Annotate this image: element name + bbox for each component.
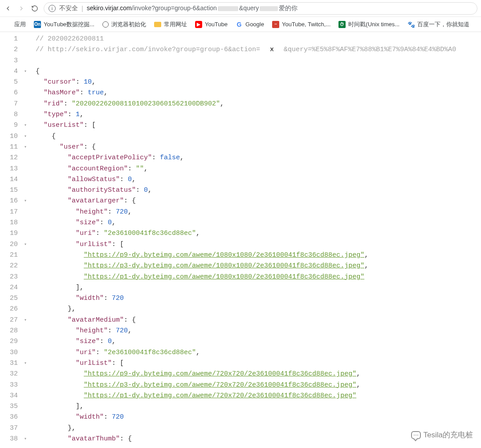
fold-toggle xyxy=(20,77,30,88)
code-line: "height": 720, xyxy=(36,207,456,218)
line-number: 5 xyxy=(0,77,20,88)
url-link[interactable]: "https://p3-dy.byteimg.com/aweme/720x720… xyxy=(84,381,356,389)
bookmark-item[interactable]: 浏览器初始化 xyxy=(102,20,146,28)
redacted-text: x xyxy=(260,6,278,11)
line-number: 10 xyxy=(0,131,20,142)
code-line: "cursor": 10, xyxy=(36,77,456,88)
line-number: 13 xyxy=(0,164,20,174)
code-line: "uri": "2e36100041f8c36cd88ec", xyxy=(36,347,456,358)
fold-toggle xyxy=(20,293,30,304)
url-link[interactable]: "https://p1-dy.byteimg.com/aweme/1080x10… xyxy=(84,273,364,281)
globe-icon xyxy=(102,21,109,28)
fold-toggle xyxy=(20,228,30,239)
fold-toggle xyxy=(20,250,30,261)
line-number: 31 xyxy=(0,358,20,369)
fold-toggle xyxy=(20,369,30,379)
code-line: "rid": "202002262008110100230601562100DB… xyxy=(36,99,456,109)
line-number: 27 xyxy=(0,315,20,326)
line-number: 28 xyxy=(0,326,20,336)
apps-shortcut[interactable]: 应用 xyxy=(4,20,26,28)
code-line: { xyxy=(36,66,456,77)
fold-toggle xyxy=(20,218,30,228)
baidu-icon: 🐾 xyxy=(408,21,415,28)
line-number: 15 xyxy=(0,185,20,196)
code-line: "https://p1-dy.byteimg.com/aweme/1080x10… xyxy=(36,272,456,283)
forward-button[interactable] xyxy=(17,4,26,13)
code-line: "width": 720 xyxy=(36,412,456,423)
fold-gutter: ▾▾▾▾▾▾▾▾▾ xyxy=(20,32,30,444)
url-link[interactable]: "https://p9-dy.byteimg.com/aweme/720x720… xyxy=(84,370,356,378)
fold-toggle xyxy=(20,283,30,293)
line-number: 4 xyxy=(0,66,20,77)
bookmark-label: YouTube数据挖掘... xyxy=(44,20,94,28)
fold-toggle[interactable]: ▾ xyxy=(20,66,30,77)
code-line: // http://sekiro.virjar.com/invoke?group… xyxy=(36,44,456,55)
code-line: "avatarThumb": { xyxy=(36,434,456,444)
code-line: "urlList": [ xyxy=(36,358,456,369)
code-line: "allowStatus": 0, xyxy=(36,174,456,185)
line-number: 16 xyxy=(0,196,20,206)
fold-toggle xyxy=(20,56,30,66)
line-number: 36 xyxy=(0,412,20,423)
url-text: sekiro.virjar.com/invoke?group=group-6&a… xyxy=(87,4,298,12)
fold-toggle[interactable]: ▾ xyxy=(20,142,30,153)
line-number: 34 xyxy=(0,391,20,401)
code-content[interactable]: // 20200226200811 // http://sekiro.virja… xyxy=(30,32,456,444)
redacted-text: xx xyxy=(218,6,238,11)
fold-toggle[interactable]: ▾ xyxy=(20,315,30,326)
fold-toggle[interactable]: ▾ xyxy=(20,434,30,444)
bookmark-label: 百度一下，你就知道 xyxy=(417,20,469,28)
code-line: "https://p9-dy.byteimg.com/aweme/1080x10… xyxy=(36,250,456,261)
bookmark-item[interactable]: 🐾 百度一下，你就知道 xyxy=(408,20,469,28)
code-line: ], xyxy=(36,401,456,412)
bookmark-item[interactable]: On YouTube数据挖掘... xyxy=(34,20,94,28)
url-link[interactable]: "https://p1-dy.byteimg.com/aweme/720x720… xyxy=(84,392,356,400)
bookmark-item[interactable]: 常用网址 xyxy=(154,20,187,28)
fold-toggle[interactable]: ▾ xyxy=(20,120,30,131)
bookmark-item[interactable]: ▶ YouTube xyxy=(195,21,228,28)
url-link[interactable]: "https://p3-dy.byteimg.com/aweme/1080x10… xyxy=(84,262,364,270)
fold-toggle xyxy=(20,109,30,120)
line-number: 37 xyxy=(0,423,20,434)
line-number: 30 xyxy=(0,347,20,358)
fold-toggle[interactable]: ▾ xyxy=(20,358,30,369)
watermark-text: Tesila的充电桩 xyxy=(424,430,473,440)
line-number: 22 xyxy=(0,261,20,271)
fold-toggle xyxy=(20,34,30,44)
google-icon: G xyxy=(236,21,243,28)
code-line: "size": 0, xyxy=(36,218,456,228)
fold-toggle[interactable]: ▾ xyxy=(20,196,30,206)
reload-button[interactable] xyxy=(30,4,39,13)
fold-toggle xyxy=(20,412,30,423)
code-line xyxy=(36,56,456,66)
json-viewer: 1234567891011121314151617181920212223242… xyxy=(0,32,481,444)
bookmark-item[interactable]: ∙∙ YouTube, Twitch,... xyxy=(272,21,330,28)
line-number: 9 xyxy=(0,120,20,131)
fold-toggle xyxy=(20,380,30,391)
fold-toggle xyxy=(20,401,30,412)
info-icon: i xyxy=(49,5,56,12)
line-number: 19 xyxy=(0,228,20,239)
bookmark-item[interactable]: ⏱ 时间戳(Unix times... xyxy=(338,20,399,28)
bookmark-item[interactable]: G Google xyxy=(236,21,264,28)
line-number: 14 xyxy=(0,174,20,185)
fold-toggle xyxy=(20,164,30,174)
bookmark-label: 浏览器初始化 xyxy=(111,20,146,28)
apps-icon xyxy=(4,21,12,28)
line-number: 29 xyxy=(0,336,20,347)
line-number: 23 xyxy=(0,272,20,283)
code-line: ], xyxy=(36,283,456,293)
back-button[interactable] xyxy=(4,4,12,13)
address-bar[interactable]: i 不安全 | sekiro.virjar.com/invoke?group=g… xyxy=(44,2,477,15)
url-link[interactable]: "https://p9-dy.byteimg.com/aweme/1080x10… xyxy=(84,251,364,259)
code-line: "accountRegion": "", xyxy=(36,164,456,174)
fold-toggle[interactable]: ▾ xyxy=(20,131,30,142)
line-number: 26 xyxy=(0,304,20,315)
code-line: "acceptPrivatePolicy": false, xyxy=(36,153,456,163)
wechat-icon xyxy=(411,431,421,439)
line-number: 12 xyxy=(0,153,20,163)
fold-toggle[interactable]: ▾ xyxy=(20,239,30,250)
code-line: "avatarLarger": { xyxy=(36,196,456,206)
line-number: 7 xyxy=(0,99,20,109)
line-number: 33 xyxy=(0,380,20,391)
